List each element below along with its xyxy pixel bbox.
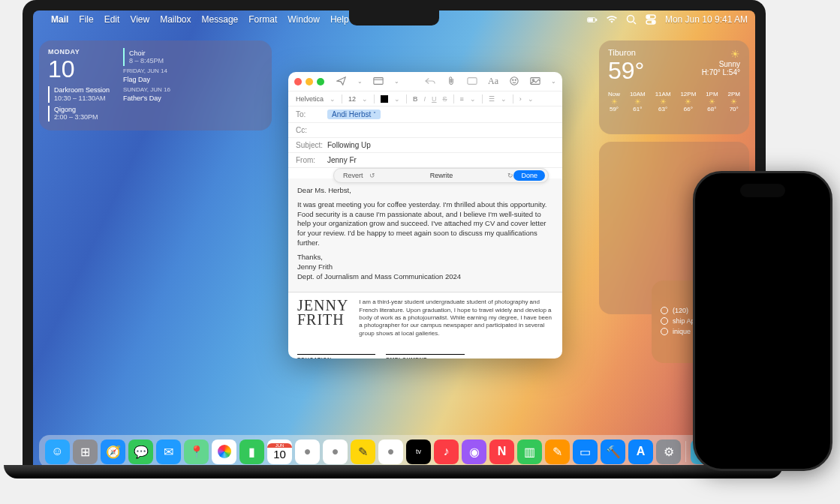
svg-rect-2 <box>589 18 593 21</box>
mail-body-textarea[interactable]: Dear Ms. Herbst, It was great meeting yo… <box>288 178 562 292</box>
emoji-icon[interactable] <box>509 76 519 87</box>
dock-notes[interactable]: ✎ <box>351 440 375 464</box>
laptop-notch <box>349 9 439 26</box>
dock-maps[interactable]: 📍 <box>184 440 209 464</box>
menu-format[interactable]: Format <box>248 14 277 25</box>
weather-condition: Sunny <box>702 60 740 68</box>
dock-facetime[interactable]: ▮ <box>239 440 264 464</box>
format-icon[interactable]: Aa <box>488 76 498 87</box>
desktop: Mail File Edit View Mailbox Message Form… <box>33 10 755 472</box>
minimize-button[interactable] <box>306 78 313 86</box>
font-size[interactable]: 12 <box>348 95 356 103</box>
subject-input[interactable]: Following Up <box>327 141 371 149</box>
svg-point-7 <box>647 16 649 18</box>
font-name[interactable]: Helvetica <box>296 95 324 103</box>
menu-app-name[interactable]: Mail <box>51 14 68 25</box>
svg-point-14 <box>515 80 516 80</box>
menu-view[interactable]: View <box>130 14 149 25</box>
rewrite-button[interactable]: Rewrite <box>375 172 508 179</box>
strike-button[interactable]: S <box>443 95 447 103</box>
bold-button[interactable]: B <box>413 95 418 103</box>
dock-finder[interactable]: ☺ <box>45 440 70 464</box>
dock-keynote[interactable]: ▭ <box>573 440 598 464</box>
wifi-icon[interactable] <box>607 14 617 25</box>
dock-photos[interactable] <box>212 440 236 464</box>
subject-field: Subject: Following Up <box>288 138 562 153</box>
recipient-chip[interactable]: Andi Herbst <box>327 110 381 119</box>
menu-message[interactable]: Message <box>202 14 239 25</box>
dock-tv[interactable]: tv <box>406 440 431 464</box>
svg-rect-11 <box>468 77 477 84</box>
done-button[interactable]: Done <box>513 170 545 181</box>
menu-help[interactable]: Help <box>330 14 349 25</box>
weather-hour: 11AM☀63° <box>655 91 671 112</box>
maximize-button[interactable] <box>317 78 324 86</box>
photo-icon[interactable] <box>530 76 540 87</box>
calendar-event: Darkroom Session 10:30 – 11:30AM <box>48 86 116 103</box>
list-icon[interactable]: ☰ <box>489 95 495 103</box>
menu-clock[interactable]: Mon Jun 10 9:41 AM <box>665 14 748 25</box>
weather-hour: 12PM☀66° <box>680 91 696 112</box>
dock-xcode[interactable]: 🔨 <box>601 440 625 464</box>
underline-button[interactable]: U <box>432 95 437 103</box>
svg-point-8 <box>652 21 654 23</box>
dock-settings[interactable]: ⚙ <box>656 440 681 464</box>
italic-button[interactable]: I <box>424 95 426 103</box>
menu-window[interactable]: Window <box>288 14 320 25</box>
chevron-down-icon[interactable]: ⌄ <box>394 78 399 85</box>
dock-launchpad[interactable]: ⊞ <box>73 440 98 464</box>
dock-contacts[interactable]: ● <box>295 440 320 464</box>
send-icon[interactable] <box>336 76 347 87</box>
dock-news[interactable]: N <box>489 440 514 464</box>
close-button[interactable] <box>294 78 302 86</box>
chevron-down-icon[interactable]: ⌄ <box>357 78 363 85</box>
svg-point-12 <box>510 76 518 84</box>
attachment-preview[interactable]: JENNY FRITH I am a third-year student un… <box>288 292 562 358</box>
dock-messages[interactable]: 💬 <box>128 440 153 464</box>
menu-file[interactable]: File <box>79 14 93 25</box>
chevron-down-icon[interactable]: ⌄ <box>551 78 556 85</box>
dock-numbers[interactable]: ▥ <box>517 440 542 464</box>
svg-point-3 <box>627 16 634 22</box>
header-fields-icon[interactable] <box>373 76 384 87</box>
weather-hour: Now☀59° <box>608 91 620 112</box>
attach-icon[interactable] <box>446 76 456 87</box>
window-titlebar[interactable]: ⌄ ⌄ Aa ⌄ <box>288 72 562 92</box>
cc-field: Cc: <box>288 123 562 138</box>
revert-button[interactable]: Revert <box>337 170 369 181</box>
svg-rect-9 <box>374 77 383 84</box>
sun-icon: ☀ <box>702 48 740 60</box>
dock-freeform[interactable]: ● <box>378 440 403 464</box>
weather-widget[interactable]: Tiburon 59° ☀ Sunny H:70° L:54° Now☀59°1… <box>599 40 749 134</box>
dock-calendar[interactable]: JUN10 <box>267 440 292 464</box>
svg-rect-1 <box>596 19 597 20</box>
text-color-swatch[interactable] <box>381 95 388 103</box>
redo-icon[interactable]: ↻ <box>507 172 513 179</box>
battery-icon[interactable] <box>587 14 598 25</box>
svg-rect-15 <box>531 77 540 84</box>
control-center-icon[interactable] <box>646 14 656 25</box>
align-icon[interactable]: ≡ <box>460 95 464 103</box>
dock-podcasts[interactable]: ◉ <box>462 440 486 464</box>
dock-music[interactable]: ♪ <box>434 440 459 464</box>
weather-hour: 10AM☀61° <box>630 91 646 112</box>
mail-compose-window: ⌄ ⌄ Aa ⌄ Helvetica ⌄ 12 ⌄ <box>288 72 562 358</box>
dock-pages[interactable]: ✎ <box>545 440 570 464</box>
calendar-event: Qigong 2:00 – 3:30PM <box>48 106 116 122</box>
indent-icon[interactable]: › <box>519 95 522 103</box>
calendar-widget[interactable]: MONDAY 10 Darkroom Session 10:30 – 11:30… <box>39 40 272 130</box>
svg-point-13 <box>513 80 513 80</box>
link-icon[interactable] <box>467 76 477 87</box>
undo-icon[interactable]: ↺ <box>369 172 375 179</box>
dock-appstore[interactable]: A <box>628 440 653 464</box>
from-value[interactable]: Jenny Fr <box>327 156 357 164</box>
dock-safari[interactable]: 🧭 <box>101 440 125 464</box>
menu-edit[interactable]: Edit <box>104 14 120 25</box>
menu-mailbox[interactable]: Mailbox <box>160 14 191 25</box>
to-field: To: Andi Herbst <box>288 106 562 123</box>
reply-icon[interactable] <box>425 76 435 87</box>
dock-reminders[interactable]: ● <box>323 440 348 464</box>
dock-mail[interactable]: ✉ <box>156 440 181 464</box>
weather-hilo: H:70° L:54° <box>702 68 740 76</box>
spotlight-icon[interactable] <box>626 14 637 25</box>
